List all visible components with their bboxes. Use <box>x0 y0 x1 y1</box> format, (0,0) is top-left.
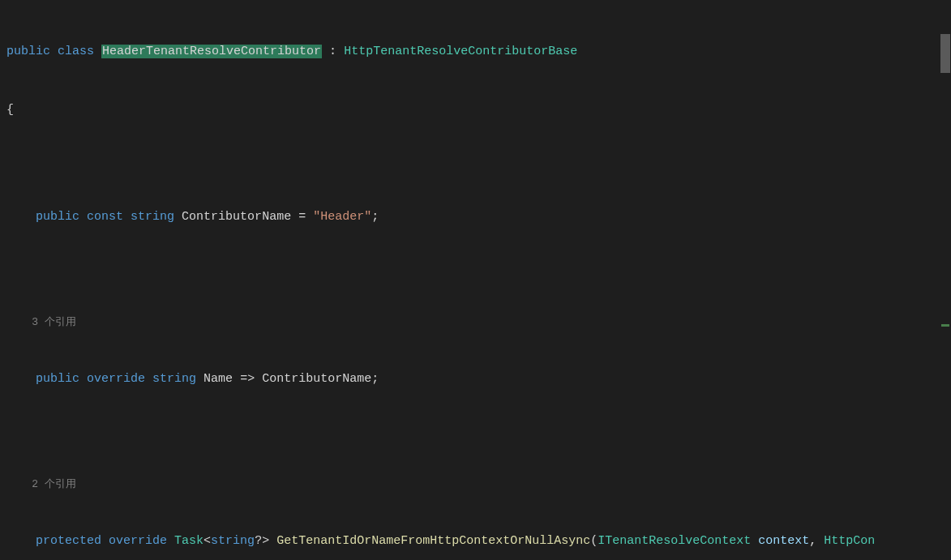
keyword-public: public <box>6 45 50 58</box>
type: Task <box>174 534 203 548</box>
string-literal: "Header" <box>313 210 371 224</box>
code-line[interactable]: { <box>6 100 951 120</box>
scrollbar-marker[interactable] <box>941 324 949 327</box>
scrollbar-thumb[interactable] <box>940 34 950 73</box>
base-class: HttpTenantResolveContributorBase <box>344 45 577 58</box>
blank-line <box>6 159 951 169</box>
codelens-references[interactable]: 3 个引用 <box>6 314 951 331</box>
class-name-highlighted[interactable]: HeaderTenantResolveContributor <box>101 45 322 58</box>
method-name: GetTenantIdOrNameFromHttpContextOrNullAs… <box>276 534 590 548</box>
property-name: Name <box>203 372 233 386</box>
blank-line <box>6 428 951 438</box>
keyword: override <box>87 372 145 386</box>
keyword: const <box>87 210 123 224</box>
keyword: string <box>152 372 196 386</box>
keyword: override <box>109 534 167 548</box>
code-line[interactable]: public class HeaderTenantResolveContribu… <box>6 42 951 62</box>
reference-count[interactable]: 3 个引用 <box>6 316 76 328</box>
field-name: ContributorName <box>182 210 291 224</box>
reference-count[interactable]: 2 个引用 <box>6 478 76 490</box>
codelens-references[interactable]: 2 个引用 <box>6 477 951 493</box>
blank-line <box>6 266 951 276</box>
param-type: ITenantResolveContext <box>598 534 751 548</box>
code-editor[interactable]: public class HeaderTenantResolveContribu… <box>0 0 951 560</box>
keyword: protected <box>36 534 101 548</box>
scrollbar-track[interactable] <box>940 0 951 560</box>
code-line[interactable]: public override string Name => Contribut… <box>6 370 951 389</box>
param-type: HttpCon <box>824 534 875 548</box>
punct: : <box>322 45 344 58</box>
code-content[interactable]: public class HeaderTenantResolveContribu… <box>0 0 951 560</box>
brace: { <box>6 103 14 117</box>
keyword-class: class <box>58 45 94 58</box>
keyword: public <box>36 372 79 386</box>
code-line[interactable]: public const string ContributorName = "H… <box>6 207 951 227</box>
identifier: ContributorName <box>262 372 371 386</box>
keyword: string <box>131 210 174 224</box>
param-name: context <box>758 534 809 548</box>
keyword: string <box>211 534 255 548</box>
code-line[interactable]: protected override Task<string?> GetTena… <box>6 532 951 551</box>
keyword: public <box>36 210 79 224</box>
